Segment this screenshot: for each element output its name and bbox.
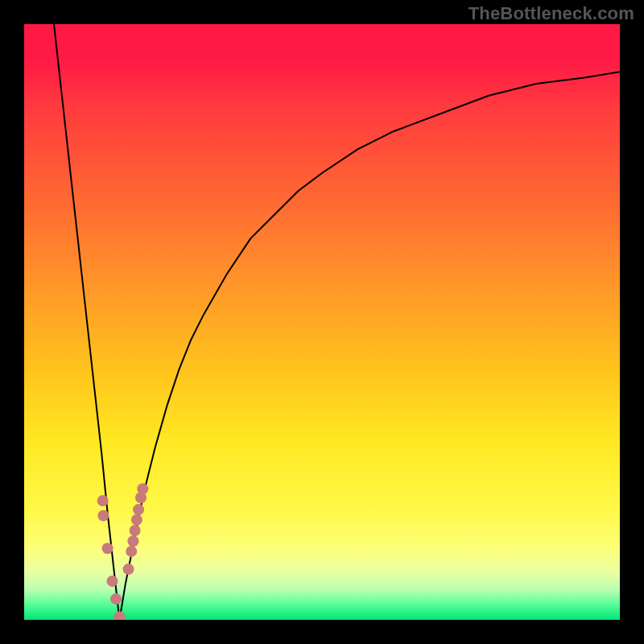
marker-point bbox=[102, 543, 114, 554]
plot-area bbox=[24, 24, 620, 620]
watermark-text: TheBottleneck.com bbox=[469, 3, 634, 24]
marker-point bbox=[130, 525, 141, 536]
marker-point bbox=[137, 483, 148, 494]
marker-point bbox=[110, 593, 122, 605]
marker-point bbox=[97, 495, 109, 506]
marker-point bbox=[127, 535, 138, 547]
chart-frame: TheBottleneck.com bbox=[0, 0, 644, 644]
marker-point bbox=[107, 576, 118, 587]
marker-point bbox=[131, 514, 142, 526]
marker-point bbox=[97, 510, 109, 522]
marker-point bbox=[126, 546, 137, 557]
bottleneck-curve-right bbox=[119, 72, 620, 620]
marker-point bbox=[114, 611, 125, 620]
marker-point bbox=[133, 504, 144, 515]
curve-layer bbox=[24, 24, 620, 620]
bottleneck-curve-left bbox=[54, 24, 119, 620]
marker-point bbox=[123, 564, 134, 575]
